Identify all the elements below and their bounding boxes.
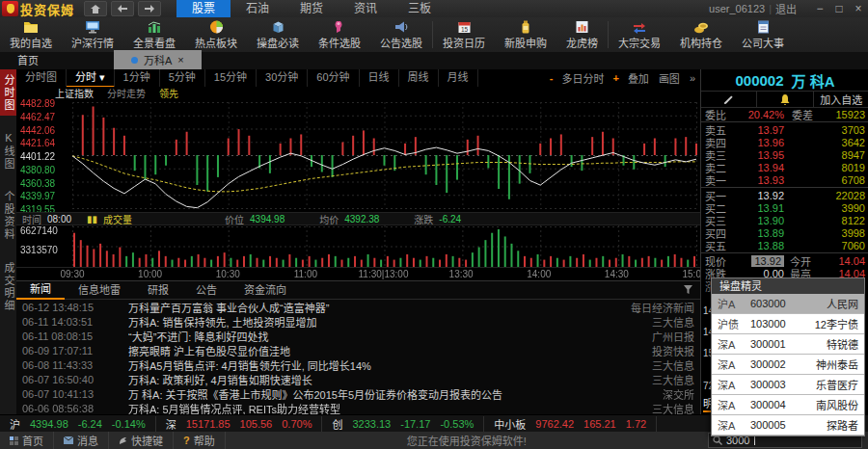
news-row[interactable]: 06-08 11:43:33万科A5月销售点评: 4月销售领先行业, 同比增长1… — [16, 357, 700, 372]
news-row[interactable]: 06-11 08:08:15“大妈”不进门: 降息利好四处找广州日报 — [16, 329, 700, 343]
index-value: 15171.85 — [186, 418, 231, 430]
toolbar-panorama[interactable]: 全景看盘 — [123, 17, 185, 52]
stock-title: 000002 万 科A — [701, 69, 868, 92]
draw-button[interactable]: 画图 — [654, 70, 685, 86]
alert-bell-icon[interactable] — [757, 92, 813, 107]
news-tab-4[interactable]: 资金流向 — [231, 282, 300, 299]
funnel-icon — [333, 18, 346, 34]
index-segment[interactable]: 深15171.85105.560.70% — [156, 416, 323, 432]
toolbar-company-events[interactable]: 公司大事 — [732, 17, 794, 52]
volume-canvas[interactable] — [16, 225, 700, 267]
vtab-stock-info[interactable]: 个股资料 — [0, 187, 16, 245]
forward-icon[interactable] — [138, 1, 161, 16]
news-tab-0[interactable]: 新闻 — [16, 281, 65, 300]
multiday-plus-button[interactable]: + — [609, 72, 622, 84]
toolbar-ipo[interactable]: 新股申购 — [495, 17, 556, 52]
period-5[interactable]: 30分钟 — [257, 69, 308, 88]
chart-icon — [147, 18, 162, 34]
taskbar-message-button[interactable]: 消息 — [54, 432, 109, 449]
toolbar-condition-pick[interactable]: 条件选股 — [309, 17, 370, 52]
ask-row[interactable]: 卖一13.936708 — [701, 173, 868, 186]
news-row[interactable]: 06-06 08:56:38万科A: 5月销售情况点评, REITs助力经营转型… — [16, 401, 700, 415]
popup-result-row[interactable]: 深A300004南风股份 — [712, 395, 864, 415]
toolbar-condition-pick-label: 条件选股 — [318, 35, 361, 50]
toolbar-block-trade-label: 大宗交易 — [618, 35, 661, 50]
bid-price: 13.92 — [734, 190, 784, 201]
toolbar-hs-quotes[interactable]: 沪深行情 — [62, 17, 123, 52]
popup-result-row[interactable]: 深A300003乐普医疗 — [712, 375, 864, 395]
toolbar-block-trade[interactable]: 大宗交易 — [609, 17, 670, 52]
news-tab-3[interactable]: 公告 — [182, 282, 231, 299]
news-row[interactable]: 06-12 13:48:15万科量产百万富翁 事业合伙人成“造富神器”每日经济新… — [16, 300, 700, 314]
y-axis-label: 4380.80 — [20, 165, 68, 175]
menu-tab-3[interactable]: 资讯 — [339, 0, 393, 17]
multiday-minus-button[interactable]: - — [546, 72, 557, 84]
news-row[interactable]: 06-09 17:07:11擦亮眼睛 沪上有色股尽显价值洼地投资快报 — [16, 343, 700, 357]
ask-price: 13.97 — [734, 124, 784, 136]
news-title: 擦亮眼睛 沪上有色股尽显价值洼地 — [128, 343, 644, 358]
popup-result-row[interactable]: 深A300002神州泰岳 — [712, 355, 864, 375]
toolbar-institution[interactable]: 机构持仓 — [670, 17, 732, 52]
toolbar-my-watchlist[interactable]: 我的自选 — [0, 17, 62, 52]
news-date: 06-09 17:07:11 — [22, 345, 128, 357]
news-row[interactable]: 06-07 10:41:13万 科A: 关于按照《香港上市规则》公布2015年5… — [16, 386, 700, 401]
news-row[interactable]: 06-07 16:50:40万科A: 政策利好, 4月销售如期快速增长三大信息 — [16, 372, 700, 386]
back-icon[interactable] — [111, 1, 134, 16]
period-6[interactable]: 60分钟 — [308, 69, 359, 88]
minimize-icon[interactable]: − — [810, 2, 829, 15]
bid-row[interactable]: 买五13.887060 — [701, 239, 868, 251]
news-tab-2[interactable]: 研报 — [134, 282, 182, 299]
vtab-trade-detail[interactable]: 成交明细 — [0, 258, 16, 316]
index-label: 创 — [332, 416, 342, 432]
menu-tab-2[interactable]: 期货 — [285, 0, 339, 17]
period-9[interactable]: 月线 — [439, 69, 478, 88]
toolbar-must-read[interactable]: 操盘必读 — [247, 17, 309, 52]
menu-tab-1[interactable]: 石油 — [231, 0, 285, 17]
index-segment[interactable]: 创3233.13-17.17-0.53% — [322, 416, 484, 432]
chart-legend: 上证指数 分时走势 领先 — [16, 87, 700, 98]
volume-scale-mid: 3313570 — [20, 245, 58, 255]
news-tab-1[interactable]: 信息地雷 — [65, 282, 134, 299]
maximize-icon[interactable]: □ — [829, 2, 849, 15]
toolbar-dragon-tiger[interactable]: 龙虎榜 — [556, 17, 608, 52]
add-watchlist-button[interactable]: 加入自选 — [814, 92, 868, 107]
popup-result-row[interactable]: 沪债10300012李宁债 — [712, 314, 864, 334]
vtab-timeshare[interactable]: 分时图 — [0, 69, 16, 116]
popup-title: 操盘精灵 — [712, 278, 864, 294]
overlay-button[interactable]: 叠加 — [623, 70, 654, 86]
stock-name: 万 科A — [792, 70, 835, 91]
toolbar-hot-sectors-label: 热点板块 — [195, 35, 237, 50]
taskbar-hotkey-button[interactable]: 快捷键 — [109, 432, 174, 449]
tab-close-icon[interactable]: × — [177, 54, 183, 66]
y-axis-label: 4401.22 — [20, 151, 68, 162]
edit-pencil-icon[interactable] — [701, 92, 757, 107]
tab-home[interactable]: 首页 — [0, 50, 56, 69]
menu-tab-0[interactable]: 股票 — [176, 0, 231, 17]
weibi-row: 委比 20.42% 委差 15923 — [701, 108, 868, 120]
popup-result-row[interactable]: 沪A603000人民网 — [712, 294, 864, 314]
vtab-kline[interactable]: K线图 — [0, 129, 16, 173]
ask-volume: 3703 — [784, 124, 865, 136]
period-4[interactable]: 15分钟 — [205, 69, 257, 88]
toolbar-hot-sectors[interactable]: 热点板块 — [185, 17, 247, 52]
logout-link[interactable]: 退出 — [775, 1, 797, 16]
news-row[interactable]: 06-11 14:03:51万科A: 销售保持领先, 土地投资明显增加三大信息 — [16, 314, 700, 329]
menu-tab-4[interactable]: 三板 — [393, 0, 447, 17]
toolbar-announce-pick[interactable]: 公告选股 — [370, 17, 432, 52]
more-chevron-icon[interactable]: » — [685, 72, 700, 84]
period-8[interactable]: 周线 — [399, 69, 439, 88]
period-7[interactable]: 日线 — [360, 69, 399, 88]
popup-result-row[interactable]: 深A300005探路者 — [712, 415, 864, 436]
home-icon[interactable] — [84, 1, 107, 16]
toolbar-calendar[interactable]: 15投资日历 — [433, 17, 495, 52]
price-chart-canvas[interactable] — [16, 98, 700, 212]
filter-icon[interactable] — [684, 284, 692, 296]
close-icon[interactable]: × — [849, 2, 868, 15]
index-segment[interactable]: 中小板9762.42165.211.72 — [484, 416, 657, 432]
tab-stock[interactable]: 万科A × — [114, 50, 202, 69]
taskbar-home-button[interactable]: 首页 — [0, 432, 54, 449]
index-segment[interactable]: 沪4394.98-6.24-0.14% — [0, 416, 156, 432]
weicha-value: 15923 — [821, 109, 865, 120]
taskbar-help-button[interactable]: ? 帮助 — [174, 432, 226, 449]
popup-result-row[interactable]: 深A300001特锐德 — [712, 334, 864, 355]
